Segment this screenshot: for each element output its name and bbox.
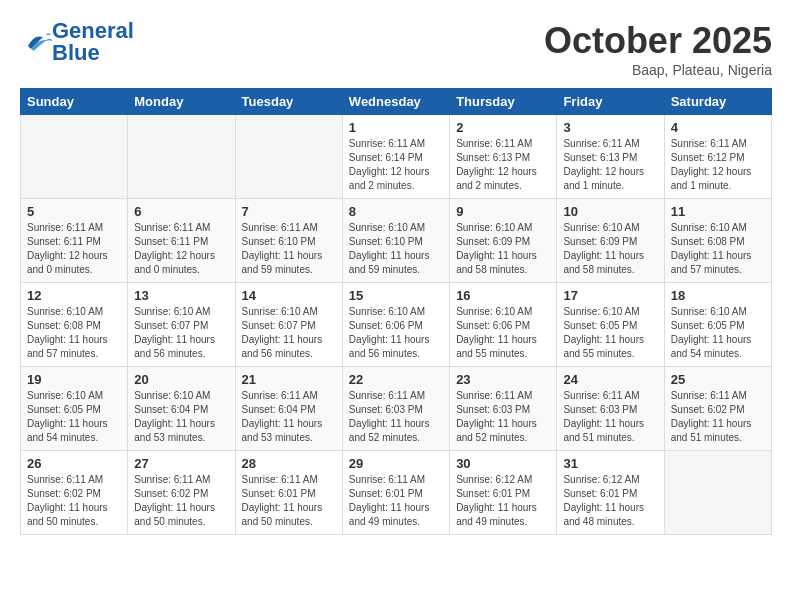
day-number: 19 [27,372,121,387]
table-row: 5Sunrise: 6:11 AM Sunset: 6:11 PM Daylig… [21,199,128,283]
location: Baap, Plateau, Nigeria [544,62,772,78]
table-row: 30Sunrise: 6:12 AM Sunset: 6:01 PM Dayli… [450,451,557,535]
day-number: 6 [134,204,228,219]
day-number: 31 [563,456,657,471]
day-info: Sunrise: 6:11 AM Sunset: 6:02 PM Dayligh… [671,389,765,445]
table-row: 16Sunrise: 6:10 AM Sunset: 6:06 PM Dayli… [450,283,557,367]
table-row: 19Sunrise: 6:10 AM Sunset: 6:05 PM Dayli… [21,367,128,451]
table-row: 18Sunrise: 6:10 AM Sunset: 6:05 PM Dayli… [664,283,771,367]
table-row: 31Sunrise: 6:12 AM Sunset: 6:01 PM Dayli… [557,451,664,535]
table-row: 7Sunrise: 6:11 AM Sunset: 6:10 PM Daylig… [235,199,342,283]
table-row [235,115,342,199]
table-row: 4Sunrise: 6:11 AM Sunset: 6:12 PM Daylig… [664,115,771,199]
day-number: 1 [349,120,443,135]
page-header: General Blue October 2025 Baap, Plateau,… [20,20,772,78]
table-row [128,115,235,199]
table-row: 25Sunrise: 6:11 AM Sunset: 6:02 PM Dayli… [664,367,771,451]
table-row: 9Sunrise: 6:10 AM Sunset: 6:09 PM Daylig… [450,199,557,283]
day-number: 29 [349,456,443,471]
calendar-table: Sunday Monday Tuesday Wednesday Thursday… [20,88,772,535]
logo-text: General Blue [52,20,134,64]
calendar-week-row: 5Sunrise: 6:11 AM Sunset: 6:11 PM Daylig… [21,199,772,283]
day-number: 11 [671,204,765,219]
day-info: Sunrise: 6:11 AM Sunset: 6:03 PM Dayligh… [456,389,550,445]
day-info: Sunrise: 6:11 AM Sunset: 6:03 PM Dayligh… [563,389,657,445]
col-wednesday: Wednesday [342,89,449,115]
calendar-week-row: 12Sunrise: 6:10 AM Sunset: 6:08 PM Dayli… [21,283,772,367]
day-info: Sunrise: 6:11 AM Sunset: 6:14 PM Dayligh… [349,137,443,193]
table-row: 11Sunrise: 6:10 AM Sunset: 6:08 PM Dayli… [664,199,771,283]
day-info: Sunrise: 6:10 AM Sunset: 6:08 PM Dayligh… [27,305,121,361]
day-info: Sunrise: 6:10 AM Sunset: 6:07 PM Dayligh… [134,305,228,361]
table-row [664,451,771,535]
day-info: Sunrise: 6:10 AM Sunset: 6:05 PM Dayligh… [563,305,657,361]
table-row: 1Sunrise: 6:11 AM Sunset: 6:14 PM Daylig… [342,115,449,199]
day-number: 10 [563,204,657,219]
day-info: Sunrise: 6:11 AM Sunset: 6:10 PM Dayligh… [242,221,336,277]
table-row: 6Sunrise: 6:11 AM Sunset: 6:11 PM Daylig… [128,199,235,283]
day-number: 30 [456,456,550,471]
col-saturday: Saturday [664,89,771,115]
day-number: 5 [27,204,121,219]
day-info: Sunrise: 6:12 AM Sunset: 6:01 PM Dayligh… [456,473,550,529]
day-info: Sunrise: 6:10 AM Sunset: 6:06 PM Dayligh… [349,305,443,361]
table-row: 29Sunrise: 6:11 AM Sunset: 6:01 PM Dayli… [342,451,449,535]
col-thursday: Thursday [450,89,557,115]
day-number: 28 [242,456,336,471]
logo-icon [22,28,52,52]
day-info: Sunrise: 6:10 AM Sunset: 6:09 PM Dayligh… [563,221,657,277]
day-info: Sunrise: 6:10 AM Sunset: 6:08 PM Dayligh… [671,221,765,277]
day-number: 8 [349,204,443,219]
day-info: Sunrise: 6:11 AM Sunset: 6:01 PM Dayligh… [349,473,443,529]
table-row: 26Sunrise: 6:11 AM Sunset: 6:02 PM Dayli… [21,451,128,535]
table-row [21,115,128,199]
day-info: Sunrise: 6:11 AM Sunset: 6:02 PM Dayligh… [27,473,121,529]
day-info: Sunrise: 6:10 AM Sunset: 6:05 PM Dayligh… [27,389,121,445]
day-number: 4 [671,120,765,135]
day-number: 23 [456,372,550,387]
day-number: 22 [349,372,443,387]
calendar-week-row: 19Sunrise: 6:10 AM Sunset: 6:05 PM Dayli… [21,367,772,451]
day-number: 15 [349,288,443,303]
day-info: Sunrise: 6:10 AM Sunset: 6:05 PM Dayligh… [671,305,765,361]
col-monday: Monday [128,89,235,115]
calendar-week-row: 26Sunrise: 6:11 AM Sunset: 6:02 PM Dayli… [21,451,772,535]
day-info: Sunrise: 6:10 AM Sunset: 6:04 PM Dayligh… [134,389,228,445]
day-number: 9 [456,204,550,219]
table-row: 23Sunrise: 6:11 AM Sunset: 6:03 PM Dayli… [450,367,557,451]
day-info: Sunrise: 6:10 AM Sunset: 6:07 PM Dayligh… [242,305,336,361]
table-row: 27Sunrise: 6:11 AM Sunset: 6:02 PM Dayli… [128,451,235,535]
table-row: 14Sunrise: 6:10 AM Sunset: 6:07 PM Dayli… [235,283,342,367]
col-tuesday: Tuesday [235,89,342,115]
day-info: Sunrise: 6:11 AM Sunset: 6:13 PM Dayligh… [563,137,657,193]
day-number: 17 [563,288,657,303]
day-number: 7 [242,204,336,219]
day-info: Sunrise: 6:12 AM Sunset: 6:01 PM Dayligh… [563,473,657,529]
table-row: 8Sunrise: 6:10 AM Sunset: 6:10 PM Daylig… [342,199,449,283]
day-info: Sunrise: 6:11 AM Sunset: 6:04 PM Dayligh… [242,389,336,445]
day-number: 27 [134,456,228,471]
table-row: 2Sunrise: 6:11 AM Sunset: 6:13 PM Daylig… [450,115,557,199]
calendar-week-row: 1Sunrise: 6:11 AM Sunset: 6:14 PM Daylig… [21,115,772,199]
day-info: Sunrise: 6:11 AM Sunset: 6:02 PM Dayligh… [134,473,228,529]
table-row: 10Sunrise: 6:10 AM Sunset: 6:09 PM Dayli… [557,199,664,283]
day-info: Sunrise: 6:11 AM Sunset: 6:13 PM Dayligh… [456,137,550,193]
day-number: 25 [671,372,765,387]
logo-blue: Blue [52,40,100,65]
table-row: 12Sunrise: 6:10 AM Sunset: 6:08 PM Dayli… [21,283,128,367]
day-number: 26 [27,456,121,471]
table-row: 20Sunrise: 6:10 AM Sunset: 6:04 PM Dayli… [128,367,235,451]
day-number: 12 [27,288,121,303]
day-info: Sunrise: 6:11 AM Sunset: 6:03 PM Dayligh… [349,389,443,445]
day-number: 3 [563,120,657,135]
table-row: 21Sunrise: 6:11 AM Sunset: 6:04 PM Dayli… [235,367,342,451]
day-number: 24 [563,372,657,387]
col-sunday: Sunday [21,89,128,115]
title-area: October 2025 Baap, Plateau, Nigeria [544,20,772,78]
day-number: 2 [456,120,550,135]
day-number: 20 [134,372,228,387]
day-number: 21 [242,372,336,387]
day-number: 18 [671,288,765,303]
calendar-header-row: Sunday Monday Tuesday Wednesday Thursday… [21,89,772,115]
table-row: 13Sunrise: 6:10 AM Sunset: 6:07 PM Dayli… [128,283,235,367]
